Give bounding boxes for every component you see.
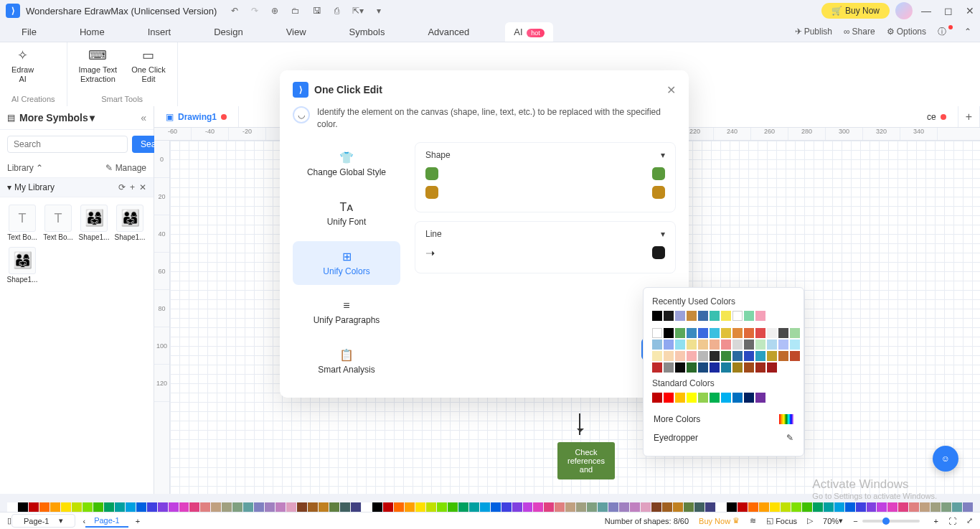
strip-color[interactable] [781, 502, 791, 512]
strip-color[interactable] [727, 502, 737, 512]
strip-color[interactable] [662, 502, 672, 512]
strip-color[interactable] [329, 502, 339, 512]
strip-color[interactable] [705, 502, 715, 512]
strip-color[interactable] [448, 502, 458, 512]
shape-item[interactable]: Shape1... [115, 205, 145, 241]
redo-icon[interactable]: ↷ [251, 6, 258, 16]
color-swatch[interactable] [755, 328, 765, 338]
doc-tab-drawing1[interactable]: ▣ Drawing1 [154, 106, 239, 127]
color-swatch[interactable] [790, 340, 800, 350]
more-icon[interactable]: ▾ [377, 6, 381, 16]
strip-color[interactable] [565, 502, 575, 512]
strip-color[interactable] [802, 502, 812, 512]
color-swatch[interactable] [698, 362, 708, 373]
strip-color[interactable] [394, 502, 404, 512]
help-button[interactable]: ⓘ [938, 26, 953, 38]
status-buy-now[interactable]: Buy Now ♛ [699, 516, 740, 525]
print-icon[interactable]: ⎙ [334, 6, 339, 16]
strip-color[interactable] [115, 502, 125, 512]
menu-file[interactable]: File [14, 24, 44, 40]
strip-color[interactable] [308, 502, 318, 512]
strip-color[interactable] [770, 502, 780, 512]
strip-color[interactable] [867, 502, 877, 512]
zoom-slider[interactable] [862, 520, 920, 523]
close-icon[interactable]: ✕ [966, 5, 974, 17]
strip-color[interactable] [533, 502, 543, 512]
color-swatch[interactable] [698, 351, 708, 361]
target-color-swatch[interactable] [652, 246, 665, 259]
color-swatch[interactable] [778, 340, 788, 350]
more-colors-button[interactable]: More Colors [652, 410, 795, 429]
color-swatch[interactable] [732, 328, 743, 338]
color-swatch[interactable] [664, 328, 674, 338]
mylib-refresh-icon[interactable]: ⟳ [118, 182, 126, 192]
strip-color[interactable] [887, 502, 897, 512]
open-icon[interactable]: 🗀 [291, 6, 300, 16]
color-swatch[interactable] [652, 351, 662, 361]
strip-color[interactable] [39, 502, 50, 512]
strip-color[interactable] [169, 502, 179, 512]
color-swatch[interactable] [710, 340, 720, 350]
mylib-close-icon[interactable]: ✕ [139, 182, 146, 192]
options-button[interactable]: ⚙ Options [887, 27, 926, 37]
strip-color[interactable] [243, 502, 253, 512]
strip-color[interactable] [254, 502, 264, 512]
fit-page-icon[interactable]: ⛶ [948, 517, 956, 525]
line-section-header[interactable]: Line ▾ [425, 229, 665, 239]
strip-color[interactable] [791, 502, 801, 512]
menu-symbols[interactable]: Symbols [342, 24, 392, 40]
collapse-sidebar-icon[interactable]: « [141, 112, 146, 123]
fullscreen-icon[interactable]: ⤢ [966, 516, 973, 525]
dialog-nav-item[interactable]: 👕Change Global Style [293, 142, 400, 186]
strip-color[interactable] [7, 502, 17, 512]
strip-color[interactable] [211, 502, 221, 512]
strip-color[interactable] [501, 502, 512, 512]
strip-color[interactable] [18, 502, 28, 512]
color-swatch[interactable] [744, 393, 754, 403]
color-swatch[interactable] [778, 328, 788, 338]
color-swatch[interactable] [687, 311, 697, 321]
dialog-close-icon[interactable]: ✕ [666, 83, 676, 97]
color-swatch[interactable] [721, 340, 731, 350]
presentation-icon[interactable]: ▷ [807, 516, 813, 525]
color-swatch[interactable] [732, 362, 743, 373]
color-swatch[interactable] [698, 311, 708, 321]
color-swatch[interactable] [732, 340, 743, 350]
color-swatch[interactable] [755, 362, 765, 373]
strip-color[interactable] [824, 502, 834, 512]
target-color-swatch[interactable] [652, 167, 665, 180]
strip-color[interactable] [351, 502, 361, 512]
color-swatch[interactable] [744, 362, 754, 373]
menu-ai[interactable]: AI hot [505, 22, 552, 42]
color-swatch[interactable] [687, 351, 697, 361]
strip-color[interactable] [340, 502, 350, 512]
color-swatch[interactable] [790, 351, 800, 361]
color-swatch[interactable] [767, 362, 777, 373]
arrow-icon[interactable]: ➝ [425, 246, 435, 260]
strip-color[interactable] [694, 502, 705, 512]
color-swatch[interactable] [721, 393, 731, 403]
image-text-extraction-button[interactable]: ⌨ Image Text Extraction [79, 48, 118, 84]
strip-color[interactable] [598, 502, 608, 512]
target-color-swatch[interactable] [652, 186, 665, 199]
source-color-swatch[interactable] [425, 167, 438, 180]
strip-color[interactable] [673, 502, 683, 512]
color-swatch[interactable] [687, 328, 697, 338]
new-icon[interactable]: ⊕ [271, 6, 278, 16]
focus-button[interactable]: ◱ Focus [766, 516, 797, 525]
strip-color[interactable] [126, 502, 136, 512]
menu-advanced[interactable]: Advanced [420, 24, 476, 40]
menu-view[interactable]: View [279, 24, 314, 40]
color-swatch[interactable] [744, 328, 754, 338]
color-swatch[interactable] [755, 311, 765, 321]
strip-color[interactable] [405, 502, 415, 512]
strip-color[interactable] [200, 502, 210, 512]
color-swatch[interactable] [790, 328, 800, 338]
strip-color[interactable] [286, 502, 296, 512]
shape-item[interactable]: Text Bo... [43, 205, 73, 241]
strip-color[interactable] [189, 502, 199, 512]
strip-color[interactable] [748, 502, 758, 512]
library-toggle[interactable]: Library ⌃ [7, 163, 43, 173]
strip-color[interactable] [415, 502, 425, 512]
strip-color[interactable] [930, 502, 941, 512]
